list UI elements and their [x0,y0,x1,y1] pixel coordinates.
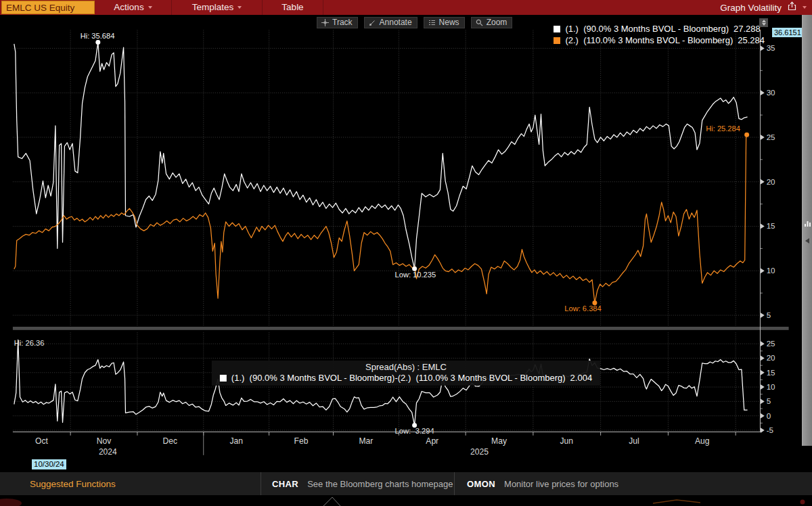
news-label: News [439,18,459,27]
panel-divider [13,327,789,330]
hi-lo-annotation: Hi: 25.284 [706,124,740,133]
char-description: See the Bloomberg charts homepage [307,479,453,489]
page-title: Graph Volatility [720,3,782,13]
x-month-label: Jan [229,436,243,446]
y-tick-label: 20 [767,177,775,186]
marker-dot [95,40,100,45]
news-list-icon [428,19,436,26]
legend-value-2: 25.284 [738,35,765,45]
char-command: CHAR [272,479,298,489]
chart-toolbar: Track Annotate News Zoom [317,17,512,28]
y-tick-label: 25 [767,133,775,141]
collapse-left-icon[interactable] [805,238,809,244]
menu-actions-label: Actions [114,2,143,12]
top-menu-bar: EMLC US Equity Actions Templates Table G… [0,0,812,15]
marker-dot [744,133,749,137]
axis-spinner-icon[interactable] [759,18,768,27]
x-month-label: Oct [35,436,48,446]
status-bar: Suggested Functions CHAR See the Bloombe… [0,472,812,495]
axis-value-tag: 36.6151 [772,28,803,37]
x-month-label: Aug [695,436,710,446]
crosshair-date-tag: 10/30/24 [32,459,66,469]
news-button[interactable]: News [424,17,465,28]
chevron-down-icon [238,6,242,9]
right-scrollbar[interactable] [802,15,812,446]
x-month-label: Apr [426,436,438,446]
spread-legend-value: 2.004 [570,373,593,383]
mini-bar-chart-icon[interactable] [804,220,811,227]
y-tick-label: 15 [767,368,775,377]
annotate-button[interactable]: Annotate [364,17,418,28]
zoom-label: Zoom [487,18,508,27]
y-tick-label: 20 [767,353,775,362]
menu-templates-label: Templates [192,2,234,12]
status-item-omon[interactable]: OMON Monitor live prices for options [455,472,812,495]
y-tick-label: -5 [767,426,773,434]
omon-command: OMON [467,479,495,489]
spread-legend-swatch [220,375,227,382]
spin-up-icon [762,20,766,22]
suggested-functions-label: Suggested Functions [30,479,116,489]
legend-row-1[interactable]: (1.) (90.0% 3 Months BVOL - Bloomberg)27… [554,24,760,34]
suggested-functions-section: Suggested Functions [0,472,261,495]
x-month-label: Dec [163,436,178,446]
hi-lo-annotation: Low: -3.294 [395,427,434,435]
chevron-down-icon[interactable] [803,6,807,9]
export-icon[interactable] [787,1,797,14]
legend-swatch-orange [554,37,560,44]
spread-legend-row[interactable]: (1.) (90.0% 3 Months BVOL - Bloomberg)-(… [220,373,592,383]
y-tick-label: 15 [767,221,775,230]
legend-value-1: 27.288 [734,24,761,34]
clipped-chart-strip [0,495,812,506]
x-year-label: 2024 [99,447,117,457]
zoom-button[interactable]: Zoom [471,17,513,28]
menu-templates[interactable]: Templates [172,0,263,15]
omon-description: Monitor live prices for options [504,479,618,489]
y-tick-label: 25 [767,339,775,348]
x-month-label: Nov [97,436,112,446]
annotate-label: Annotate [380,18,412,27]
y-tick-label: 10 [767,266,775,275]
bloomberg-chart-window: EMLC US Equity Actions Templates Table G… [0,0,812,506]
legend-row-2[interactable]: (2.) (110.0% 3 Months BVOL - Bloomberg)2… [554,35,765,45]
status-item-char[interactable]: CHAR See the Bloomberg charts homepage [261,472,455,495]
y-tick-label: 10 [767,382,775,391]
x-month-label: Feb [294,436,309,446]
y-tick-label: 0 [767,411,771,420]
ticker-title[interactable]: EMLC US Equity [1,1,95,14]
legend-label-1: (1.) (90.0% 3 Months BVOL - Bloomberg) [565,24,729,34]
spread-panel-header: Spread(Abs) : EMLC (1.) (90.0% 3 Months … [212,361,600,386]
y-tick-label: 30 [767,88,775,97]
x-month-label: Jun [560,436,574,446]
hi-lo-annotation: Low: 6.384 [564,304,601,313]
track-crosshair-icon [321,19,329,26]
hi-lo-annotation: Hi: 26.36 [14,339,45,347]
menu-table-label: Table [281,2,303,12]
x-month-label: May [491,436,508,446]
menu-table[interactable]: Table [263,0,323,15]
y-tick-label: 5 [767,310,771,319]
menu-actions[interactable]: Actions [95,0,172,15]
magnifier-icon [476,19,483,26]
hi-lo-annotation: Hi: 35.684 [81,32,115,40]
y-tick-label: 5 [767,396,771,405]
spread-panel-title: Spread(Abs) : EMLC [220,362,592,372]
spread-legend-label: (1.) (90.0% 3 Months BVOL - Bloomberg)-(… [231,373,566,383]
track-label: Track [332,18,353,27]
hi-lo-annotation: Low: 10.235 [395,271,436,279]
y-tick-label: 35 [767,43,775,52]
chart-canvas: 3530252015105Hi: 35.684Low: 10.235Hi: 25… [0,15,812,472]
pencil-icon [369,19,376,26]
legend-swatch-white [554,26,560,32]
x-month-label: Jul [629,436,639,446]
track-button[interactable]: Track [317,17,358,28]
x-year-label: 2025 [470,447,489,457]
chevron-down-icon [148,6,152,9]
legend-main: (1.) (90.0% 3 Months BVOL - Bloomberg)27… [554,24,765,45]
x-month-label: Mar [359,436,374,446]
spin-down-icon [762,23,766,26]
legend-label-2: (2.) (110.0% 3 Months BVOL - Bloomberg) [565,35,733,45]
